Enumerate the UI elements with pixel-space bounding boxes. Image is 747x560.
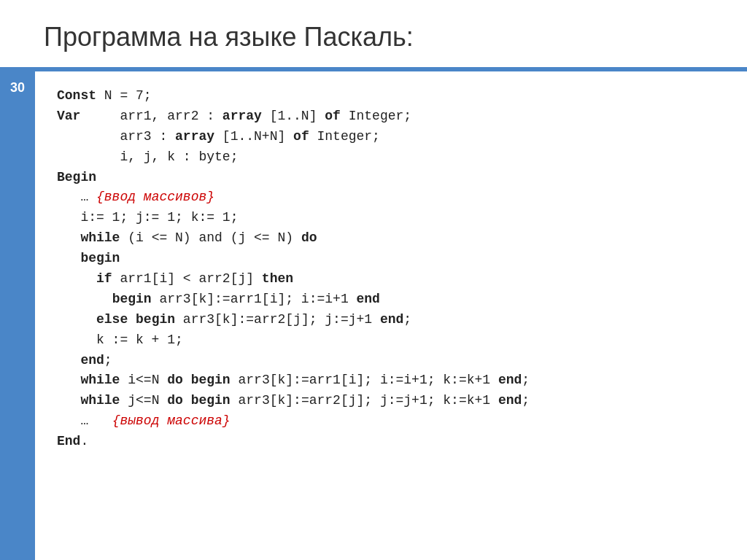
code-line-6: … {ввод массивов} xyxy=(57,187,718,208)
code-line-11: begin arr3[k]:=arr1[i]; i:=i+1 end xyxy=(57,289,718,310)
code-line-5: Begin xyxy=(57,168,718,188)
kw-end4: end xyxy=(80,353,104,368)
kw-array1: array xyxy=(222,109,262,123)
code-line-9: begin xyxy=(57,249,718,269)
kw-of1: of xyxy=(325,109,341,123)
code-line-13: k := k + 1; xyxy=(57,330,718,351)
kw-while1: while xyxy=(80,230,120,245)
code-line-14: end; xyxy=(57,351,718,371)
kw-do3: do xyxy=(167,393,183,408)
kw-begin5: begin xyxy=(191,373,231,387)
kw-begin1: begin xyxy=(80,251,120,265)
kw-while2: while xyxy=(80,373,120,387)
code-area: Const N = 7; Var arr1, arr2 : array [1..… xyxy=(35,71,747,560)
kw-begin6: begin xyxy=(191,393,231,408)
code-line-7: i:= 1; j:= 1; k:= 1; xyxy=(57,208,718,228)
code-line-10: if arr1[i] < arr2[j] then xyxy=(57,269,718,289)
code-line-1: Const N = 7; xyxy=(57,86,718,106)
slide-title: Программа на языке Паскаль: xyxy=(44,22,703,52)
comment-2: {вывод массива} xyxy=(112,413,231,428)
kw-while3: while xyxy=(80,393,120,408)
content-area: 30 Const N = 7; Var arr1, arr2 : array [… xyxy=(0,71,747,560)
kw-var: Var xyxy=(57,109,80,123)
kw-do2: do xyxy=(167,373,183,387)
kw-of2: of xyxy=(293,129,309,144)
kw-else: else xyxy=(96,312,128,327)
kw-end5: end xyxy=(498,373,522,387)
kw-begin2: begin xyxy=(112,292,152,306)
kw-begin-main: Begin xyxy=(57,170,96,184)
slide: Программа на языке Паскаль: 30 Const N =… xyxy=(0,0,747,560)
code-line-16: while j<=N do begin arr3[k]:=arr2[j]; j:… xyxy=(57,391,718,411)
code-line-2: Var arr1, arr2 : array [1..N] of Integer… xyxy=(57,106,718,127)
kw-begin3: begin xyxy=(136,312,175,327)
kw-then: then xyxy=(262,271,293,286)
code-line-18: End. xyxy=(57,432,718,452)
kw-end6: end xyxy=(498,393,522,408)
kw-end-main: End xyxy=(57,434,80,448)
code-line-17: … {вывод массива} xyxy=(57,411,718,432)
code-line-15: while i<=N do begin arr3[k]:=arr1[i]; i:… xyxy=(57,370,718,391)
code-line-4: i, j, k : byte; xyxy=(57,147,718,168)
slide-number: 30 xyxy=(0,71,35,560)
title-area: Программа на языке Паскаль: xyxy=(0,0,747,67)
kw-end3: end xyxy=(380,312,403,327)
kw-array2: array xyxy=(175,129,214,144)
comment-1: {ввод массивов} xyxy=(96,190,214,204)
kw-end2: end xyxy=(357,292,380,306)
code-line-8: while (i <= N) and (j <= N) do xyxy=(57,228,718,249)
kw-const: Const xyxy=(57,88,96,103)
code-line-12: else begin arr3[k]:=arr2[j]; j:=j+1 end; xyxy=(57,310,718,330)
kw-do1: do xyxy=(301,230,317,245)
kw-if: if xyxy=(96,271,112,286)
code-line-3: arr3 : array [1..N+N] of Integer; xyxy=(57,127,718,147)
